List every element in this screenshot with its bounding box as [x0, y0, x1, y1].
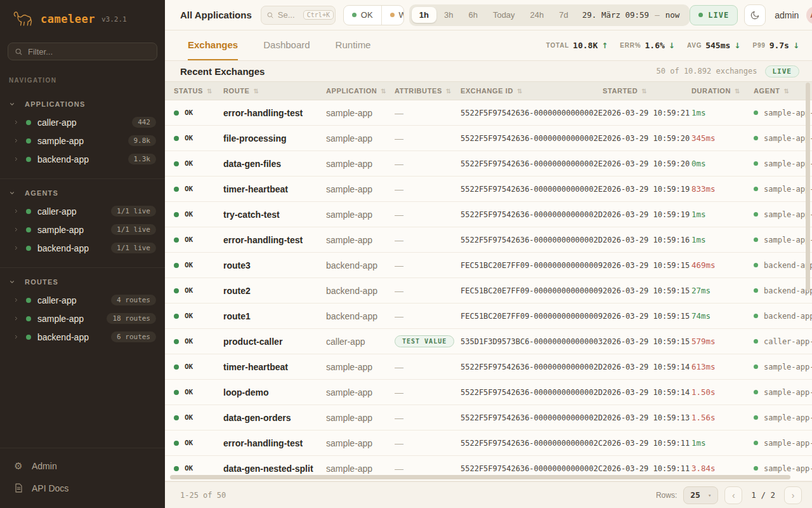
sidebar-footer-item-api-docs[interactable]: API Docs — [0, 477, 165, 499]
attributes-cell: — — [395, 260, 461, 271]
sort-icon[interactable]: ⇅ — [446, 88, 452, 95]
attributes-empty: — — [395, 108, 403, 118]
tab-dashboard[interactable]: Dashboard — [263, 30, 310, 60]
time-range-7d[interactable]: 7d — [551, 7, 575, 23]
date-range-display[interactable]: 29. März 09:59—now — [576, 10, 687, 20]
sort-icon[interactable]: ⇅ — [517, 88, 523, 95]
table-row[interactable]: OKtimer-heartbeatsample-app—5522F5F97542… — [165, 177, 812, 202]
table-row[interactable]: OKtry-catch-testsample-app—5522F5F975426… — [165, 202, 812, 227]
time-range-6h[interactable]: 6h — [461, 7, 485, 23]
agent-dot-icon — [754, 237, 758, 242]
sidebar-item-backend-app[interactable]: backend-app1/1 live — [0, 239, 165, 257]
table-row[interactable]: OKtimer-heartbeatsample-app—5522F5F97542… — [165, 354, 812, 380]
sort-icon[interactable]: ⇅ — [207, 88, 213, 95]
footer-item-label: API Docs — [32, 483, 69, 493]
table-row[interactable]: OKroute1backend-app—FEC51BC20E7FF09-0000… — [165, 304, 812, 329]
horizontal-scrollbar[interactable] — [170, 475, 790, 479]
sidebar-item-caller-app[interactable]: caller-app4 routes — [0, 291, 165, 309]
time-range-1h[interactable]: 1h — [412, 7, 436, 23]
vertical-scrollbar[interactable] — [806, 83, 810, 291]
table-row[interactable]: OKerror-handling-testsample-app—5522F5F9… — [165, 431, 812, 456]
started-cell: 2026-03-29 10:59:16 — [603, 236, 691, 244]
time-range-group: 1h3h6hToday24h7d29. März 09:59—now — [409, 4, 690, 26]
status-dot-icon — [26, 227, 31, 232]
column-header-status[interactable]: STATUS⇅ — [174, 87, 223, 95]
sidebar-item-badge: 442 — [132, 117, 156, 128]
time-range-3h[interactable]: 3h — [436, 7, 461, 23]
column-header-agent[interactable]: AGENT⇅ — [754, 87, 812, 95]
avatar[interactable]: AD — [806, 6, 812, 24]
sidebar-item-caller-app[interactable]: caller-app1/1 live — [0, 202, 165, 220]
rows-per-page-select[interactable]: 25 ▾ — [683, 486, 718, 504]
time-range-24h[interactable]: 24h — [523, 7, 552, 23]
live-toggle-button[interactable]: LIVE — [690, 5, 738, 25]
sidebar-item-caller-app[interactable]: caller-app442 — [0, 113, 165, 131]
status-filter-ok[interactable]: OK — [344, 6, 381, 25]
agent-cell: backend-app- — [754, 312, 812, 321]
nav-section-header[interactable]: ROUTES — [0, 278, 165, 286]
nav-section-header[interactable]: APPLICATIONS — [0, 100, 165, 108]
sidebar-item-badge: 6 routes — [111, 331, 156, 342]
chevron-right-icon[interactable] — [13, 334, 19, 340]
live-dot-icon — [698, 13, 703, 17]
status-filter-warn[interactable]: Warning — [381, 6, 404, 25]
chevron-right-icon[interactable] — [13, 156, 19, 162]
table-row[interactable]: OKerror-handling-testsample-app—5522F5F9… — [165, 100, 812, 126]
sort-icon[interactable]: ⇅ — [254, 88, 259, 95]
column-header-route[interactable]: ROUTE⇅ — [223, 87, 326, 95]
filter-input[interactable] — [28, 47, 150, 57]
chevron-right-icon[interactable] — [13, 138, 19, 144]
table-row[interactable]: OKloop-demosample-app—5522F5F97542636-00… — [165, 380, 812, 405]
global-search[interactable]: Ctrl+K — [261, 6, 336, 25]
sort-icon[interactable]: ⇅ — [381, 88, 386, 95]
column-header-started[interactable]: STARTED⇅ — [603, 87, 691, 95]
sort-icon[interactable]: ⇅ — [641, 88, 647, 95]
column-header-duration[interactable]: DURATION⇅ — [691, 87, 754, 95]
sidebar-item-sample-app[interactable]: sample-app1/1 live — [0, 220, 165, 239]
table-row[interactable]: OKerror-handling-testsample-app—5522F5F9… — [165, 227, 812, 253]
chevron-right-icon[interactable] — [13, 119, 19, 125]
application-cell: sample-app — [326, 387, 395, 398]
sidebar-item-sample-app[interactable]: sample-app9.8k — [0, 131, 165, 150]
sidebar-item-backend-app[interactable]: backend-app6 routes — [0, 328, 165, 346]
table-row[interactable]: OKroute3backend-app—FEC51BC20E7FF09-0000… — [165, 253, 812, 278]
chevron-right-icon[interactable] — [13, 208, 19, 214]
chevron-right-icon[interactable] — [13, 245, 19, 251]
chevron-right-icon[interactable] — [13, 316, 19, 321]
table-row[interactable]: OKdata-gen-filessample-app—5522F5F975426… — [165, 151, 812, 177]
dark-mode-toggle[interactable] — [744, 4, 766, 26]
table-row[interactable]: OKroute2backend-app—FEC51BC20E7FF09-0000… — [165, 278, 812, 304]
nav-section: APPLICATIONScaller-app442sample-app9.8kb… — [0, 93, 165, 168]
nav-section-header[interactable]: AGENTS — [0, 189, 165, 197]
column-label: DURATION — [691, 87, 731, 95]
route-cell: route3 — [223, 260, 326, 271]
sidebar-item-backend-app[interactable]: backend-app1.3k — [0, 150, 165, 168]
time-range-today[interactable]: Today — [485, 7, 523, 23]
chevron-right-icon[interactable] — [13, 297, 19, 303]
sort-icon[interactable]: ⇅ — [784, 88, 790, 95]
sidebar-item-sample-app[interactable]: sample-app18 routes — [0, 309, 165, 328]
stats-strip: TOTAL10.8K↑ERR%1.6%↓AVG545ms↓P999.7s↓ — [546, 30, 799, 60]
ok-dot-icon — [174, 110, 179, 116]
tab-exchanges[interactable]: Exchanges — [188, 30, 238, 60]
sort-icon[interactable]: ⇅ — [735, 88, 740, 95]
nav-section-items: caller-app4 routessample-app18 routesbac… — [0, 291, 165, 346]
prev-page-button[interactable]: ‹ — [724, 486, 742, 504]
table-row[interactable]: OKdata-gen-orderssample-app—5522F5F97542… — [165, 405, 812, 431]
column-header-application[interactable]: APPLICATION⇅ — [326, 87, 395, 95]
next-page-button[interactable]: › — [784, 486, 802, 504]
chevron-right-icon[interactable] — [13, 227, 19, 232]
agent-dot-icon — [754, 390, 758, 394]
column-header-attributes[interactable]: ATTRIBUTES⇅ — [395, 87, 461, 95]
tab-runtime[interactable]: Runtime — [336, 30, 371, 60]
agent-cell: caller-app-1 — [754, 337, 812, 346]
table-row[interactable]: OKfile-processingsample-app—5522F5F97542… — [165, 126, 812, 151]
sidebar-footer-item-admin[interactable]: ⚙Admin — [0, 455, 165, 477]
table-row[interactable]: OKproduct-callercaller-appTEST VALUE535D… — [165, 329, 812, 354]
attributes-empty: — — [395, 387, 403, 398]
search-input[interactable] — [278, 10, 299, 20]
scope-selector[interactable]: All Applications — [180, 10, 252, 20]
column-header-exchange-id[interactable]: EXCHANGE ID⇅ — [461, 87, 603, 95]
date-to: now — [665, 10, 680, 20]
sidebar-filter[interactable] — [8, 43, 157, 60]
